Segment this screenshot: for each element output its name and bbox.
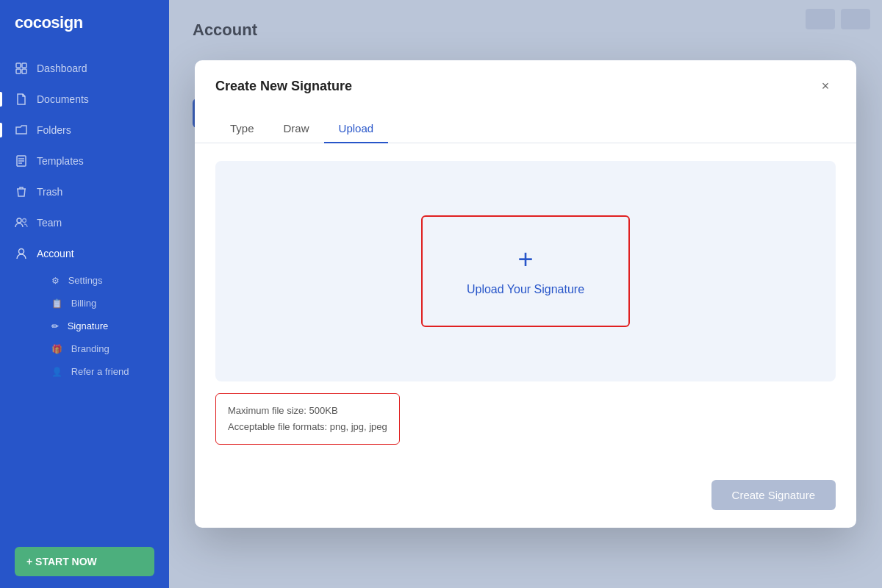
upload-label: Upload Your Signature (467, 283, 584, 296)
sidebar-item-signature[interactable]: ✏ Signature (37, 315, 169, 337)
start-now-button[interactable]: + START NOW (15, 547, 154, 576)
sidebar-item-label: Account (37, 248, 74, 259)
tab-upload[interactable]: Upload (324, 115, 389, 143)
sidebar-item-dashboard[interactable]: Dashboard (0, 53, 169, 84)
sidebar-bottom: + START NOW (0, 535, 169, 588)
sidebar-item-settings[interactable]: ⚙ Settings (37, 269, 169, 292)
sidebar-item-documents[interactable]: Documents (0, 84, 169, 115)
upload-area: + Upload Your Signature (215, 161, 836, 381)
sidebar-item-trash[interactable]: Trash (0, 176, 169, 207)
sidebar-item-label: Dashboard (37, 62, 87, 74)
modal-tabs: Type Draw Upload (195, 103, 856, 143)
modal-overlay: Create New Signature × Type Draw Upload (169, 0, 882, 588)
modal-close-button[interactable]: × (815, 76, 836, 97)
file-formats-info: Acceptable file formats: png, jpg, jpeg (228, 419, 387, 435)
file-icon (15, 93, 28, 106)
main-content: Account Create Initial Create New Signat… (169, 0, 882, 588)
billing-icon: 📋 (51, 298, 62, 309)
svg-point-10 (19, 249, 24, 254)
refer-icon: 👤 (51, 367, 62, 377)
sidebar-item-label: Templates (37, 155, 84, 167)
signature-icon: ✏ (51, 321, 59, 331)
sidebar-item-label: Trash (37, 186, 62, 198)
file-info-box: Maximum file size: 500KB Acceptable file… (215, 393, 400, 445)
modal-footer: Create Signature (195, 468, 856, 528)
sidebar-item-team[interactable]: Team (0, 207, 169, 238)
trash-icon (15, 185, 28, 198)
sidebar-item-billing[interactable]: 📋 Billing (37, 292, 169, 315)
sidebar-item-refer[interactable]: 👤 Refer a friend (37, 360, 169, 383)
create-signature-button[interactable]: Create Signature (711, 480, 836, 510)
file-size-info: Maximum file size: 500KB (228, 403, 387, 419)
modal-header: Create New Signature × (195, 60, 856, 97)
upload-plus-icon: + (517, 246, 533, 273)
sidebar-item-branding[interactable]: 🎁 Branding (37, 337, 169, 360)
svg-rect-3 (22, 69, 26, 74)
modal-title: Create New Signature (215, 79, 352, 94)
logo-area: cocosign (0, 0, 169, 46)
tab-type[interactable]: Type (215, 115, 269, 143)
sidebar-item-account[interactable]: Account (0, 238, 169, 269)
settings-icon: ⚙ (51, 276, 60, 286)
folder-icon (15, 123, 28, 137)
create-signature-modal: Create New Signature × Type Draw Upload (195, 60, 856, 528)
sidebar-item-label: Folders (37, 124, 71, 136)
sidebar-item-templates[interactable]: Templates (0, 146, 169, 176)
brand-logo: cocosign (15, 13, 83, 32)
svg-rect-1 (22, 63, 26, 68)
tab-draw[interactable]: Draw (269, 115, 324, 143)
team-icon (15, 216, 28, 229)
sidebar-item-label: Team (37, 217, 62, 229)
account-icon (15, 247, 28, 260)
svg-point-8 (17, 218, 21, 223)
branding-icon: 🎁 (51, 344, 62, 354)
grid-icon (15, 62, 28, 75)
sidebar-item-label: Documents (37, 93, 89, 105)
upload-box[interactable]: + Upload Your Signature (421, 215, 630, 327)
svg-rect-0 (16, 63, 21, 68)
sidebar-nav: Dashboard Documents Fol (0, 46, 169, 535)
svg-point-9 (23, 219, 26, 223)
template-icon (15, 154, 28, 168)
modal-body: + Upload Your Signature Maximum file siz… (195, 143, 856, 468)
account-sub-nav: ⚙ Settings 📋 Billing ✏ Signature 🎁 Brand… (0, 269, 169, 383)
sidebar: cocosign Dashboard (0, 0, 169, 588)
svg-rect-2 (16, 69, 21, 74)
sidebar-item-folders[interactable]: Folders (0, 115, 169, 146)
